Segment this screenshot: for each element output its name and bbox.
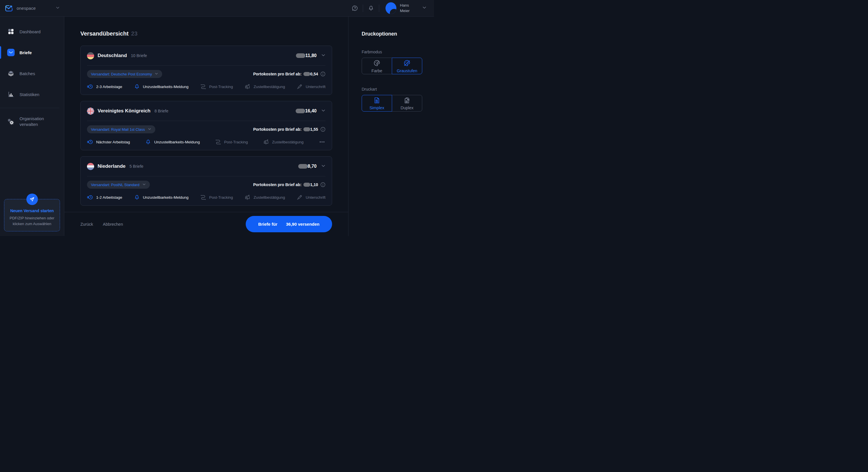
card-features: Nächster Arbeitstag Unzustellbarkeits-Me… (87, 139, 326, 145)
chevron-down-icon[interactable] (321, 164, 326, 169)
info-icon[interactable] (320, 71, 326, 76)
onespace-logo-icon (5, 4, 13, 12)
topbar: onespace (0, 0, 434, 16)
info-icon[interactable] (320, 127, 326, 132)
mailbox-icon (263, 139, 269, 145)
color-mode-graustufen-button[interactable]: Graustufen (392, 58, 422, 74)
sidebar-item-dashboard[interactable]: Dashboard (0, 25, 64, 38)
info-icon[interactable] (320, 182, 326, 187)
back-button[interactable]: Zurück (81, 222, 93, 227)
print-type-label: Druckart (362, 87, 425, 92)
feature-delivery-confirmation: Zustellbestätigung (244, 83, 285, 90)
feature-undeliverable-notice: Unzustellbarkeits-Meldung (134, 194, 189, 200)
upload-subtitle: PDF/ZIP hineinziehen oder klicken zum Au… (7, 215, 57, 227)
porto-costs: Portokosten pro Brief ab: 1,55 (253, 127, 326, 132)
feature-delivery-time: 1-2 Arbeitstage (87, 194, 122, 200)
cancel-button[interactable]: Abbrechen (103, 222, 123, 227)
sidebar-item-label: Organisation verwalten (20, 116, 55, 128)
app-root: onespace (0, 0, 434, 236)
feature-delivery-confirmation: Zustellbestätigung (263, 139, 304, 145)
chevron-down-icon[interactable] (422, 5, 427, 11)
gears-icon (7, 118, 14, 125)
sidebar-divider (0, 108, 59, 108)
new-shipment-dropzone[interactable]: Neuen Versand starten PDF/ZIP hineinzieh… (4, 199, 60, 231)
sidebar-item-label: Briefe (20, 50, 32, 55)
topbar-divider (379, 5, 379, 12)
palette-slash-icon (403, 59, 411, 67)
card-shipping-row: Versandart: Deutsche Post Economy Portok… (87, 70, 326, 78)
help-button[interactable] (347, 5, 363, 11)
color-mode-label: Farbmodus (362, 49, 425, 54)
card-price: 16,40 (305, 108, 317, 113)
versandart-dropdown[interactable]: Versandart: Deutsche Post Economy (87, 70, 162, 78)
help-icon (352, 5, 358, 11)
clock-fast-icon (87, 194, 93, 200)
print-type-simplex-button[interactable]: Simplex (362, 95, 392, 111)
card-shipping-row: Versandart: Royal Mail 1st Class Portoko… (87, 125, 326, 133)
shipment-card-niederlande: Niederlande 5 Briefe 8,70 Versandart: (81, 156, 332, 206)
feature-undeliverable-notice: Unzustellbarkeits-Meldung (145, 139, 200, 145)
more-options-icon[interactable] (319, 139, 326, 145)
send-letters-button[interactable]: Briefe für 36,90 versenden (246, 216, 332, 232)
document-icon (373, 97, 381, 104)
card-header: Vereinigtes Königreich 8 Briefe 16,40 (87, 101, 326, 121)
sidebar-item-statistiken[interactable]: Statistiken (0, 88, 64, 101)
sidebar-nav: Dashboard Briefe (0, 16, 64, 136)
feature-delivery-time: 2-3 Arbeitstage (87, 83, 122, 90)
feature-delivery-confirmation: Zustellbestätigung (244, 194, 285, 200)
chevron-down-icon[interactable] (321, 108, 326, 114)
workspace-switcher[interactable]: onespace (0, 4, 64, 12)
sidebar-item-label: Statistiken (20, 92, 39, 97)
sidebar-item-label: Batches (20, 71, 35, 76)
redacted-currency-blob (296, 109, 305, 113)
color-mode-farbe-button[interactable]: Farbe (362, 58, 392, 74)
feature-post-tracking: Post-Tracking (200, 83, 233, 90)
bell-icon (145, 139, 151, 145)
letter-count: 8 Briefe (154, 109, 168, 113)
active-indicator (0, 46, 1, 59)
avatar (385, 2, 396, 14)
page-title: Versandübersicht23 (81, 30, 332, 37)
action-bar: Zurück Abbrechen Briefe für 36,90 versen… (64, 212, 348, 236)
sidebar-item-label: Dashboard (20, 29, 40, 34)
sidebar-item-briefe[interactable]: Briefe (0, 46, 64, 59)
redacted-currency-blob (303, 183, 310, 187)
sidebar-item-organisation[interactable]: Organisation verwalten (0, 115, 64, 128)
redacted-currency-blob (298, 164, 308, 169)
notifications-button[interactable] (363, 5, 379, 11)
card-price: 8,70 (308, 164, 317, 169)
chevron-down-icon[interactable] (321, 53, 326, 59)
country-name: Deutschland (98, 53, 127, 59)
chevron-down-icon (56, 6, 60, 11)
versandart-dropdown[interactable]: Versandart: Royal Mail 1st Class (87, 125, 155, 133)
feature-undeliverable-notice: Unzustellbarkeits-Meldung (134, 83, 189, 90)
clock-fast-icon (87, 83, 93, 90)
sidebar-item-batches[interactable]: Batches (0, 67, 64, 80)
redacted-currency-blob (303, 72, 310, 76)
print-type-segment: Simplex Duplex (362, 95, 422, 111)
user-menu[interactable]: Hans Meier (385, 2, 410, 14)
mailbox-icon (244, 194, 251, 200)
card-shipping-row: Versandart: PostNL Standard Portokosten … (87, 181, 326, 189)
envelope-icon (7, 49, 14, 56)
shipment-overview: Versandübersicht23 Deutschl (64, 16, 348, 212)
flag-uk-icon (87, 107, 94, 115)
shipment-card-deutschland: Deutschland 10 Briefe 11,80 Versandar (81, 45, 332, 95)
print-options-panel: Druckoptionen Farbmodus Farbe (348, 16, 434, 236)
dashboard-grid-icon (7, 28, 14, 35)
clock-fast-icon (87, 139, 93, 145)
redacted-currency-blob (296, 53, 305, 58)
shipment-count: 23 (131, 30, 137, 37)
bar-chart-icon (7, 91, 14, 98)
route-icon (215, 139, 221, 145)
country-name: Niederlande (98, 164, 125, 169)
route-icon (200, 83, 206, 90)
card-header: Niederlande 5 Briefe 8,70 (87, 157, 326, 176)
card-price-area: 8,70 (298, 164, 326, 169)
print-type-duplex-button[interactable]: Duplex (392, 95, 422, 111)
versandart-dropdown[interactable]: Versandart: PostNL Standard (87, 181, 150, 189)
card-price-area: 11,80 (296, 53, 326, 59)
chevron-down-icon (155, 72, 158, 76)
color-mode-segment: Farbe Graustufen (362, 58, 422, 74)
flag-germany-icon (87, 52, 94, 59)
